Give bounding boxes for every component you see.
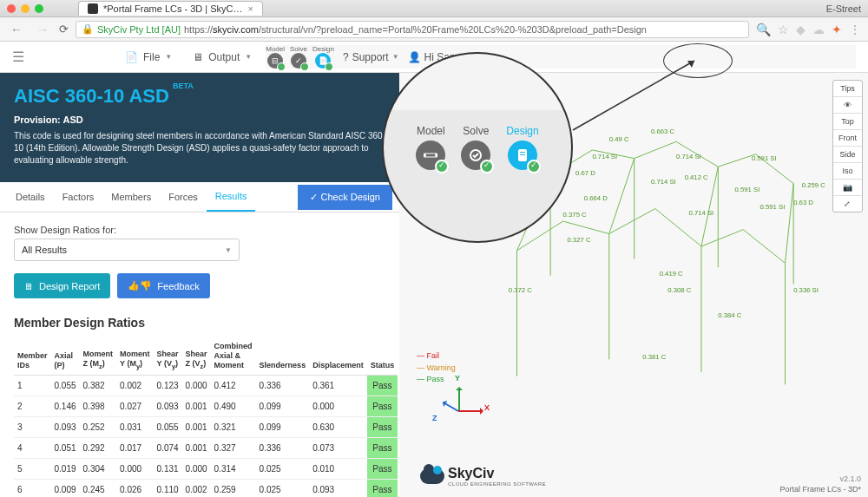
user-icon: 👤 <box>408 51 421 63</box>
member-label: 0.384 C <box>718 311 741 319</box>
design-report-button[interactable]: 🗎Design Report <box>14 273 110 298</box>
support-menu[interactable]: ?Support▼ <box>343 51 399 63</box>
col-header: Member IDs <box>14 337 51 376</box>
tab-bar: DetailsFactorsMembersForcesResults✓Check… <box>0 182 399 213</box>
ratio-filter-select[interactable]: All Results▼ <box>14 239 240 261</box>
member-label: 0.714 SI <box>592 153 617 160</box>
table-row[interactable]: 10.0550.3820.0020.1230.0000.4120.3360.36… <box>14 376 398 396</box>
status-badge: Pass <box>367 396 398 417</box>
model-icon <box>416 141 445 170</box>
search-icon[interactable]: 🔍 <box>756 23 771 36</box>
member-label: 0.259 C <box>802 181 825 189</box>
col-header: Axial (P) <box>51 337 80 376</box>
chevron-down-icon: ▼ <box>245 53 252 61</box>
feedback-button[interactable]: 👍👎Feedback <box>117 273 209 298</box>
legend: — Fail — Warning — Pass <box>417 350 456 386</box>
design-panel: AISC 360-10 ASDBETA Provision: ASD This … <box>0 73 399 497</box>
ext-icon-1[interactable]: ◆ <box>796 23 806 36</box>
tab-title: *Portal Frame LCs - 3D | SkyC… <box>103 3 243 14</box>
file-icon: 📄 <box>125 51 138 63</box>
code-title: AISC 360-10 ASDBETA <box>14 85 385 108</box>
hamburger-icon[interactable]: ☰ <box>12 49 24 65</box>
ext-icon-3[interactable]: ✦ <box>832 23 842 36</box>
menu-icon[interactable]: ⋮ <box>849 23 861 36</box>
member-label: 0.381 C <box>642 353 666 361</box>
check-icon <box>435 160 449 173</box>
minimize-window-icon[interactable] <box>21 4 30 13</box>
star-icon[interactable]: ☆ <box>778 23 789 36</box>
svg-line-11 <box>786 184 794 264</box>
tab-results[interactable]: Results <box>207 182 256 212</box>
address-bar[interactable]: 🔒 SkyCiv Pty Ltd [AU] https://skyciv.com… <box>76 21 749 38</box>
browser-toolbar: ← → ⟳ 🔒 SkyCiv Pty Ltd [AU] https://skyc… <box>0 17 868 42</box>
check-icon <box>325 62 333 71</box>
forward-button[interactable]: → <box>33 23 52 36</box>
table-row[interactable]: 60.0090.2450.0260.1100.0020.2590.0250.09… <box>14 480 398 497</box>
output-menu[interactable]: 🖥Output▼ <box>186 48 259 67</box>
chevron-down-icon: ▼ <box>392 53 399 61</box>
browser-extensions: 🔍 ☆ ◆ ☁ ✦ ⋮ <box>756 23 861 36</box>
member-label: 0.336 SI <box>793 286 819 294</box>
view-btn-👁[interactable]: 👁 <box>833 97 862 114</box>
close-tab-icon[interactable]: × <box>248 3 253 14</box>
panel-header: AISC 360-10 ASDBETA Provision: ASD This … <box>0 73 399 182</box>
member-label: 0.308 C <box>667 286 691 294</box>
maximize-window-icon[interactable] <box>35 4 43 13</box>
back-button[interactable]: ← <box>7 23 26 36</box>
member-label: 0.714 SI <box>688 209 713 217</box>
legend-fail: — Fail <box>417 350 456 363</box>
check-design-button[interactable]: ✓Check Design <box>298 185 392 210</box>
step-model[interactable]: Model⊟ <box>266 45 285 69</box>
table-row[interactable]: 40.0510.2920.0170.0740.0010.3270.3360.07… <box>14 438 398 459</box>
table-title: Member Design Ratios <box>14 316 385 330</box>
chevron-down-icon: ▼ <box>225 246 232 254</box>
ext-icon-2[interactable]: ☁ <box>812 23 825 36</box>
svg-rect-19 <box>520 152 525 153</box>
view-btn-⤢[interactable]: ⤢ <box>833 196 862 212</box>
col-header: Shear Z (Vz) <box>182 337 211 376</box>
check-icon <box>300 62 309 71</box>
close-window-icon[interactable] <box>7 4 16 13</box>
version-label: v2.1.0 <box>839 474 861 483</box>
file-menu[interactable]: 📄File▼ <box>118 48 179 67</box>
axis-gizmo[interactable]: Y X Z <box>434 384 486 436</box>
document-icon: 🗎 <box>24 281 34 291</box>
member-label: 0.591 SI <box>752 154 777 162</box>
view-btn-side[interactable]: Side <box>833 147 862 163</box>
view-btn-iso[interactable]: Iso <box>833 163 862 180</box>
solve-icon: ✓ <box>291 53 306 69</box>
view-btn-📷[interactable]: 📷 <box>833 180 862 196</box>
view-btn-top[interactable]: Top <box>833 114 862 130</box>
step-design[interactable]: Design📄 <box>312 45 334 69</box>
tab-details[interactable]: Details <box>7 183 54 211</box>
member-label: 0.67 D <box>575 169 595 177</box>
step-solve[interactable]: Solve✓ <box>290 45 307 69</box>
check-icon <box>527 160 541 173</box>
table-row[interactable]: 50.0190.3040.0000.1310.0000.3140.0250.01… <box>14 459 398 480</box>
status-badge: Pass <box>367 376 398 396</box>
mag-step-model: Model <box>416 125 445 170</box>
member-label: 0.375 C <box>563 211 587 219</box>
member-label: 0.591 SI <box>735 186 760 193</box>
table-row[interactable]: 30.0930.2520.0310.0550.0010.3210.0990.63… <box>14 417 398 438</box>
browser-profile[interactable]: E-Street <box>826 3 861 14</box>
tab-factors[interactable]: Factors <box>54 183 103 211</box>
browser-tab[interactable]: *Portal Frame LCs - 3D | SkyC… × <box>78 1 263 16</box>
check-icon: ✓ <box>310 192 318 203</box>
view-btn-front[interactable]: Front <box>833 130 862 147</box>
tab-members[interactable]: Members <box>102 183 160 211</box>
tab-forces[interactable]: Forces <box>160 183 207 211</box>
svg-rect-14 <box>424 154 437 157</box>
beta-badge: BETA <box>173 82 194 90</box>
model-icon: ⊟ <box>267 53 283 69</box>
status-badge: Pass <box>367 438 398 459</box>
view-btn-tips[interactable]: Tips <box>833 81 862 97</box>
axis-y <box>458 388 460 412</box>
table-row[interactable]: 20.1460.3980.0270.0930.0010.4900.0990.00… <box>14 396 398 417</box>
ssl-org: SkyCiv Pty Ltd [AU] <box>97 24 181 35</box>
col-header: Displacement <box>309 337 367 376</box>
monitor-icon: 🖥 <box>193 51 203 63</box>
reload-button[interactable]: ⟳ <box>59 23 69 36</box>
col-header: Status <box>367 337 398 376</box>
magnifier-zoom: Model Solve Design <box>382 52 573 243</box>
